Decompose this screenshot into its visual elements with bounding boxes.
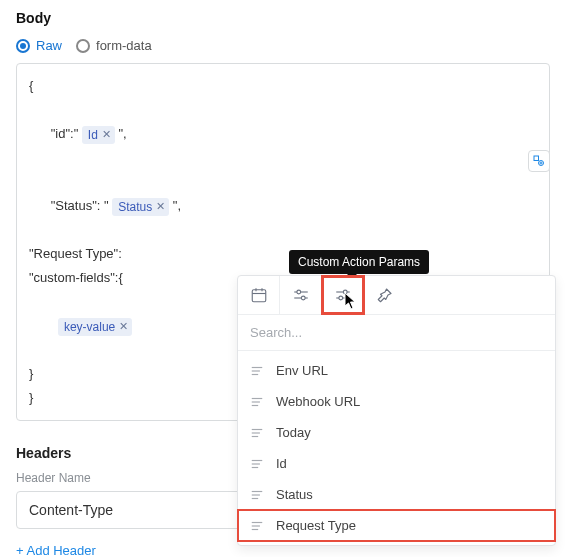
pin-icon <box>376 286 394 304</box>
chip-status[interactable]: Status✕ <box>112 198 169 216</box>
popover-item-id[interactable]: Id <box>238 448 555 479</box>
popover-item-status[interactable]: Status <box>238 479 555 510</box>
popover-tab-pin[interactable] <box>364 276 406 314</box>
svg-rect-4 <box>252 290 266 302</box>
popover-tabs <box>238 276 555 315</box>
editor-line: "id":" Id✕ ", <box>29 98 537 170</box>
editor-line: "Request Type": <box>29 242 537 266</box>
popover-item-webhook-url[interactable]: Webhook URL <box>238 386 555 417</box>
chip-id[interactable]: Id✕ <box>82 126 115 144</box>
popover-item-label: Id <box>276 456 287 471</box>
chip-label: Id <box>88 123 98 147</box>
popover-item-request-type[interactable]: Request Type <box>238 510 555 541</box>
chip-label: key-value <box>64 315 115 339</box>
editor-line: { <box>29 74 537 98</box>
params-popover: Env URL Webhook URL Today Id Status Requ… <box>237 275 556 546</box>
editor-line: "Status": " Status✕ ", <box>29 170 537 242</box>
editor-text: ", <box>115 126 127 141</box>
svg-rect-0 <box>534 156 539 161</box>
popover-list: Env URL Webhook URL Today Id Status Requ… <box>238 351 555 545</box>
popover-item-label: Request Type <box>276 518 356 533</box>
calendar-icon <box>250 286 268 304</box>
editor-text: ", <box>169 198 181 213</box>
popover-tab-params[interactable] <box>280 276 322 314</box>
popover-item-today[interactable]: Today <box>238 417 555 448</box>
text-lines-icon <box>250 395 264 409</box>
popover-item-label: Today <box>276 425 311 440</box>
body-type-radios: Raw form-data <box>16 38 550 53</box>
radio-dot-icon <box>16 39 30 53</box>
radio-raw-label: Raw <box>36 38 62 53</box>
text-lines-icon <box>250 426 264 440</box>
editor-text: "id":" <box>51 126 82 141</box>
radio-form-data-label: form-data <box>96 38 152 53</box>
text-lines-icon <box>250 488 264 502</box>
editor-text: "Status": " <box>51 198 113 213</box>
radio-dot-icon <box>76 39 90 53</box>
sliders-icon <box>334 286 352 304</box>
popover-tab-date[interactable] <box>238 276 280 314</box>
radio-raw[interactable]: Raw <box>16 38 62 53</box>
popover-tab-custom-action-params[interactable] <box>322 276 364 314</box>
popover-item-label: Webhook URL <box>276 394 360 409</box>
svg-point-9 <box>296 290 300 294</box>
chip-keyvalue[interactable]: key-value✕ <box>58 318 132 336</box>
chip-remove-icon[interactable]: ✕ <box>119 321 128 332</box>
text-lines-icon <box>250 457 264 471</box>
popover-item-label: Status <box>276 487 313 502</box>
svg-point-15 <box>338 296 342 300</box>
popover-search-input[interactable] <box>238 315 555 351</box>
popover-item-label: Env URL <box>276 363 328 378</box>
insert-icon <box>533 155 545 167</box>
chip-remove-icon[interactable]: ✕ <box>102 129 111 140</box>
tooltip-custom-action-params: Custom Action Params <box>289 250 429 274</box>
radio-form-data[interactable]: form-data <box>76 38 152 53</box>
insert-param-button[interactable] <box>528 150 550 172</box>
add-header-button[interactable]: + Add Header <box>16 543 96 557</box>
text-lines-icon <box>250 364 264 378</box>
svg-point-13 <box>343 290 347 294</box>
text-lines-icon <box>250 519 264 533</box>
popover-item-env-url[interactable]: Env URL <box>238 355 555 386</box>
sliders-icon <box>292 286 310 304</box>
chip-label: Status <box>118 195 152 219</box>
popover-search <box>238 315 555 351</box>
body-section-title: Body <box>16 10 550 26</box>
chip-remove-icon[interactable]: ✕ <box>156 201 165 212</box>
svg-point-11 <box>301 296 305 300</box>
